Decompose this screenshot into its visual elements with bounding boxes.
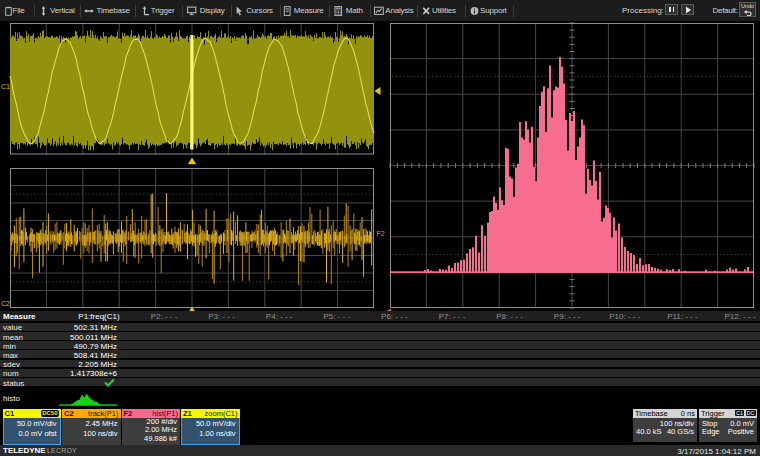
svg-text:F2: F2 [377, 230, 385, 237]
svg-text:C2: C2 [1, 300, 10, 307]
svg-text:C1: C1 [1, 83, 10, 90]
